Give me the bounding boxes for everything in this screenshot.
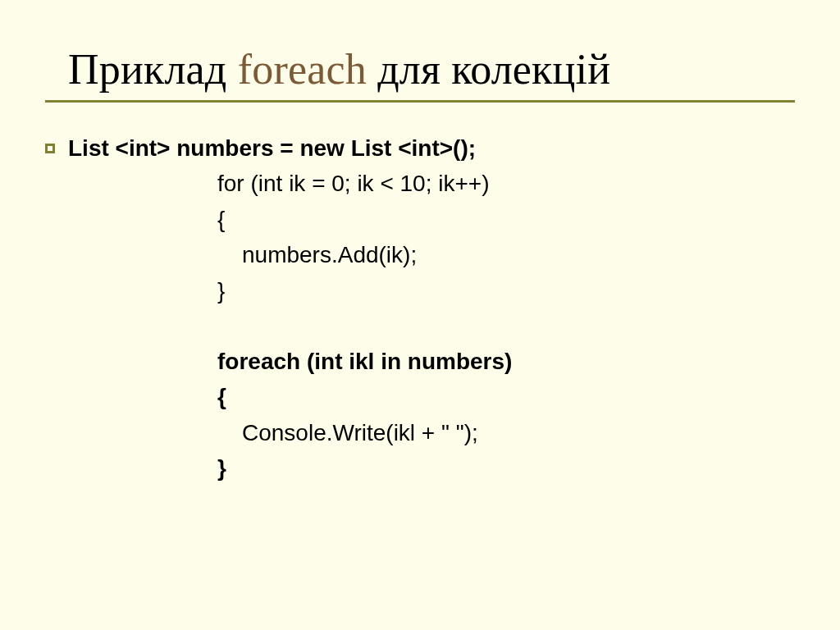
code-line-2: { [217,202,795,237]
title-underline [45,100,795,103]
code-line-0: List <int> numbers = new List <int>(); [45,130,795,166]
title-accent: foreach [238,46,367,93]
slide-body: List <int> numbers = new List <int>(); f… [45,130,795,486]
code-line-6: { [217,379,795,414]
blank-line [45,308,795,344]
title-suffix: для колекцій [367,46,610,93]
code-line-7: Console.Write(ikl + " "); [242,415,795,450]
code-text-0: List <int> numbers = new List <int>(); [68,130,476,166]
code-line-1: for (int ik = 0; ik < 10; ik++) [217,166,795,201]
slide-title: Приклад foreach для колекцій [68,45,795,94]
slide: Приклад foreach для колекцій List <int> … [0,0,840,630]
title-prefix: Приклад [68,46,238,93]
bullet-icon [45,130,68,166]
code-line-4: } [217,273,795,308]
code-line-8: } [217,450,795,486]
title-wrap: Приклад foreach для колекцій [68,45,795,94]
code-line-5: foreach (int ikl in numbers) [217,344,795,379]
code-line-3: numbers.Add(ik); [242,237,795,272]
